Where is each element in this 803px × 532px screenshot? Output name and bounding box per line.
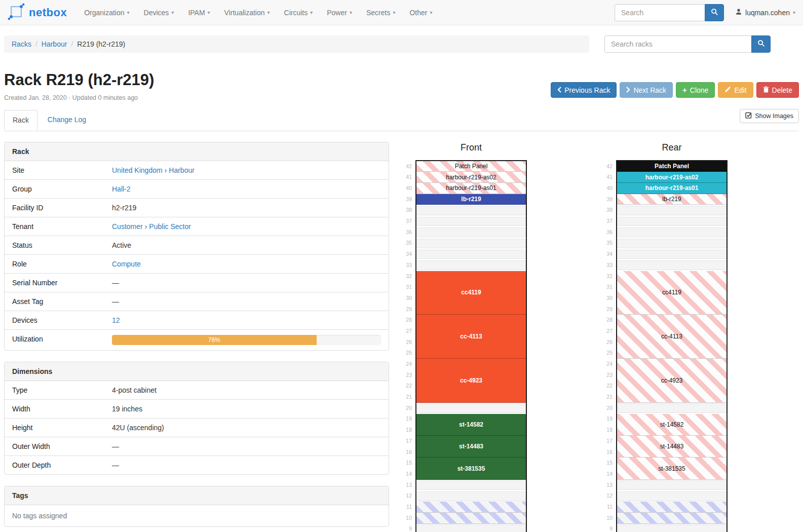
nav-item-devices[interactable]: Devices▾	[137, 0, 181, 25]
rack-slot-empty[interactable]	[617, 249, 726, 260]
rack-slot-ghost-device[interactable]: cc-4113	[617, 315, 726, 359]
rack-slot-empty[interactable]	[617, 216, 726, 227]
nav-item-virtualization[interactable]: Virtualization▾	[217, 0, 277, 25]
checkbox-check-icon	[745, 112, 752, 120]
rack-slot-empty[interactable]	[416, 524, 526, 532]
rack-slot-ghost-device[interactable]: st-14483	[617, 436, 726, 458]
rack-slot-empty[interactable]	[617, 238, 726, 249]
attr-link[interactable]: 12	[112, 316, 120, 324]
next-rack-button[interactable]: Next Rack	[620, 82, 673, 98]
attr-label: Height	[5, 419, 104, 437]
rack-slot-label: st-14483	[660, 443, 684, 450]
rack-slot-device[interactable]: st-381535	[416, 458, 526, 479]
rack-slot-reserved[interactable]	[617, 502, 726, 513]
attr-label: Asset Tag	[5, 292, 104, 311]
rack-slot-empty[interactable]	[416, 205, 526, 216]
attr-link[interactable]: Harbour	[169, 166, 195, 174]
rack-slot-ghost-device[interactable]: lb-r219	[617, 194, 726, 205]
rack-slot-ghost-device[interactable]: cc-4923	[617, 359, 726, 403]
nav-item-ipam[interactable]: IPAM▾	[181, 0, 217, 25]
unit-number: 33	[402, 260, 412, 271]
rack-slot-device[interactable]: st-14483	[416, 436, 526, 458]
rack-slot-ghost-device[interactable]: Patch Panel	[416, 161, 526, 172]
attr-row: RoleCompute	[5, 254, 389, 273]
rack-slot-ghost-device[interactable]: harbour-r219-as02	[416, 172, 526, 183]
unit-number: 17	[603, 436, 613, 447]
rack-slot-reserved[interactable]	[416, 513, 526, 524]
unit-number: 20	[603, 403, 613, 414]
nav-item-power[interactable]: Power▾	[320, 0, 359, 25]
rack-slot-device[interactable]: cc-4923	[416, 359, 526, 403]
rack-slot-empty[interactable]	[617, 480, 726, 491]
global-search-button[interactable]	[705, 4, 724, 21]
rack-slot-empty[interactable]	[617, 260, 726, 271]
previous-rack-button[interactable]: Previous Rack	[551, 82, 617, 98]
attr-link[interactable]: Compute	[112, 260, 141, 268]
unit-number: 13	[603, 480, 613, 491]
unit-number: 28	[603, 315, 613, 326]
breadcrumb-item[interactable]: Harbour	[42, 40, 67, 48]
attr-link[interactable]: United Kingdom	[112, 166, 163, 174]
rack-slot-device[interactable]: harbour-r219-as01	[617, 183, 726, 194]
rack-slot-device[interactable]: cc4119	[416, 271, 526, 315]
rack-slot-device[interactable]: lb-r219	[416, 194, 526, 205]
rack-slot-empty[interactable]	[617, 227, 726, 238]
rack-slot-ghost-device[interactable]: st-381535	[617, 458, 726, 479]
tab-change-log[interactable]: Change Log	[40, 110, 94, 129]
rack-slot-empty[interactable]	[416, 238, 526, 249]
rack-slot-reserved[interactable]	[416, 502, 526, 513]
delete-button[interactable]: Delete	[756, 82, 799, 98]
rack-slot-ghost-device[interactable]: st-14582	[617, 414, 726, 436]
nav-item-circuits[interactable]: Circuits▾	[277, 0, 320, 25]
nav-item-other[interactable]: Other▾	[402, 0, 439, 25]
user-menu[interactable]: luqman.cohen ▾	[735, 8, 795, 17]
chevron-right-icon: ›	[143, 222, 149, 231]
edit-button[interactable]: Edit	[718, 82, 753, 98]
attr-label: Devices	[5, 311, 104, 329]
attr-link[interactable]: Customer	[112, 222, 143, 231]
rack-slot-ghost-device[interactable]: cc4119	[617, 271, 726, 315]
rack-slot-device[interactable]: st-14582	[416, 414, 526, 436]
chevron-right-icon	[626, 86, 630, 94]
rack-slot-empty[interactable]	[617, 403, 726, 414]
unit-number: 25	[603, 348, 613, 359]
unit-number: 19	[603, 413, 613, 425]
rack-slot-empty[interactable]	[617, 490, 726, 502]
rack-slot-empty[interactable]	[617, 524, 726, 532]
rack-slot-device[interactable]: Patch Panel	[617, 161, 726, 172]
tab-rack[interactable]: Rack	[4, 110, 37, 130]
rack-slot-empty[interactable]	[416, 249, 526, 260]
clone-button[interactable]: + Clone	[676, 82, 715, 98]
rack-slot-empty[interactable]	[416, 260, 526, 271]
attr-link[interactable]: Hall-2	[112, 185, 131, 193]
netbox-logo[interactable]: netbox	[8, 3, 67, 22]
chevron-down-icon: ▾	[171, 10, 174, 15]
nav-item-organization[interactable]: Organization▾	[77, 0, 136, 25]
unit-number: 41	[603, 172, 613, 183]
rack-search-input[interactable]	[604, 35, 751, 53]
rack-slot-empty[interactable]	[416, 227, 526, 238]
rack-slot-ghost-device[interactable]: harbour-r219-as01	[416, 183, 526, 194]
rack-slot-reserved[interactable]	[617, 513, 726, 524]
unit-number: 15	[603, 458, 613, 469]
attr-label: Utilization	[5, 330, 104, 350]
rack-slot-empty[interactable]	[416, 216, 526, 227]
breadcrumb-item: R219 (h2-r219)	[77, 40, 125, 48]
rack-slot-label: harbour-r219-as01	[446, 184, 496, 192]
rack-slot-empty[interactable]	[617, 205, 726, 216]
attr-link[interactable]: Public Sector	[149, 222, 190, 231]
rack-slot-device[interactable]: harbour-r219-as02	[617, 172, 726, 183]
breadcrumb-item[interactable]: Racks	[12, 40, 31, 48]
nav-item-secrets[interactable]: Secrets▾	[359, 0, 403, 25]
rack-slot-device[interactable]: cc-4113	[416, 315, 526, 359]
panel-rack-title: Rack	[5, 142, 389, 161]
rack-slot-label: st-14483	[459, 443, 483, 450]
rack-slot-empty[interactable]	[416, 480, 526, 491]
rack-search-button[interactable]	[751, 35, 771, 53]
show-images-button[interactable]: Show Images	[740, 109, 799, 123]
rack-slot-empty[interactable]	[416, 403, 526, 414]
unit-number: 38	[402, 205, 412, 216]
front-unit-numbers: 4241403938373635343332313029282726252423…	[402, 160, 415, 532]
rack-slot-empty[interactable]	[416, 490, 526, 502]
global-search-input[interactable]	[615, 4, 705, 21]
